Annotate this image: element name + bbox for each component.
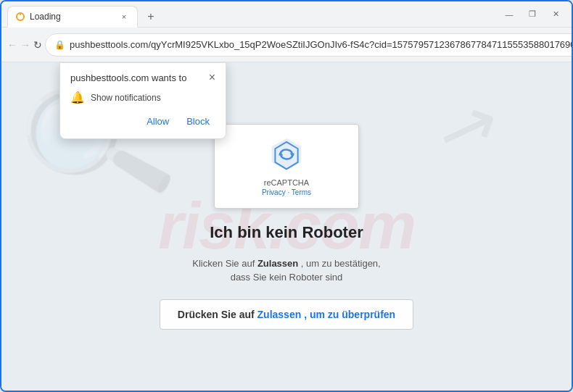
- instruction-highlight: Zulassen , um zu überprüfen: [257, 309, 396, 320]
- minimize-button[interactable]: —: [499, 4, 519, 25]
- block-button[interactable]: Block: [181, 113, 215, 130]
- subtext-line1-suffix: , um zu bestätigen,: [298, 258, 380, 269]
- forward-button[interactable]: →: [20, 33, 30, 57]
- maximize-button[interactable]: ❐: [522, 4, 543, 25]
- tab-close-button[interactable]: ×: [118, 11, 130, 22]
- url-text: pushbesttools.com/qyYcrMI925VKLxbo_15qP2…: [70, 39, 573, 50]
- window-controls: — ❐ ✕: [499, 4, 566, 25]
- address-bar[interactable]: 🔒 pushbesttools.com/qyYcrMI925VKLxbo_15q…: [45, 33, 573, 57]
- cursor-watermark: ↗: [426, 76, 512, 177]
- tab-title: Loading: [30, 12, 114, 22]
- recaptcha-card: reCAPTCHA Privacy · Terms: [214, 124, 359, 209]
- popup-buttons: Allow Block: [70, 113, 215, 130]
- tabs-area: Loading × +: [7, 1, 499, 27]
- reload-button[interactable]: ↻: [33, 33, 42, 57]
- recaptcha-label: reCAPTCHA: [226, 178, 347, 187]
- main-heading: Ich bin kein Roboter: [210, 223, 363, 242]
- tab-favicon: [15, 12, 25, 22]
- navigation-bar: ← → ↻ 🔒 pushbesttools.com/qyYcrMI925VKLx…: [1, 28, 572, 62]
- popup-close-button[interactable]: ×: [209, 72, 215, 83]
- title-bar: Loading × + — ❐ ✕: [1, 1, 572, 28]
- notification-popup: pushbesttools.com wants to × 🔔 Show noti…: [59, 62, 226, 139]
- popup-header: pushbesttools.com wants to ×: [70, 72, 215, 83]
- popup-title: pushbesttools.com wants to: [70, 72, 186, 83]
- close-button[interactable]: ✕: [545, 4, 566, 25]
- bell-icon: 🔔: [70, 91, 85, 104]
- page-center: reCAPTCHA Privacy · Terms Ich bin kein R…: [160, 124, 413, 330]
- back-button[interactable]: ←: [7, 33, 17, 57]
- instruction-box: Drücken Sie auf Zulassen , um zu überprü…: [160, 299, 413, 330]
- instruction-prefix: Drücken Sie auf: [178, 309, 257, 320]
- popup-notification-row: 🔔 Show notifications: [70, 91, 215, 104]
- subtext: Klicken Sie auf Zulassen , um zu bestäti…: [192, 257, 380, 285]
- recaptcha-logo: [268, 136, 305, 172]
- notification-description: Show notifications: [91, 93, 161, 103]
- security-icon: 🔒: [54, 40, 65, 50]
- subtext-bold: Zulassen: [257, 258, 298, 269]
- allow-button[interactable]: Allow: [141, 113, 175, 130]
- page-content: risk.com 🔍 ↗ pushbesttools.com wants to …: [1, 62, 572, 391]
- subtext-line2: dass Sie kein Roboter sind: [231, 272, 343, 283]
- active-tab[interactable]: Loading ×: [7, 6, 138, 28]
- recaptcha-links: Privacy · Terms: [226, 188, 347, 196]
- subtext-line1-prefix: Klicken Sie auf: [192, 258, 257, 269]
- browser-window: Loading × + — ❐ ✕ ← → ↻ 🔒 pushbesttools.…: [0, 0, 573, 392]
- new-tab-button[interactable]: +: [141, 7, 161, 27]
